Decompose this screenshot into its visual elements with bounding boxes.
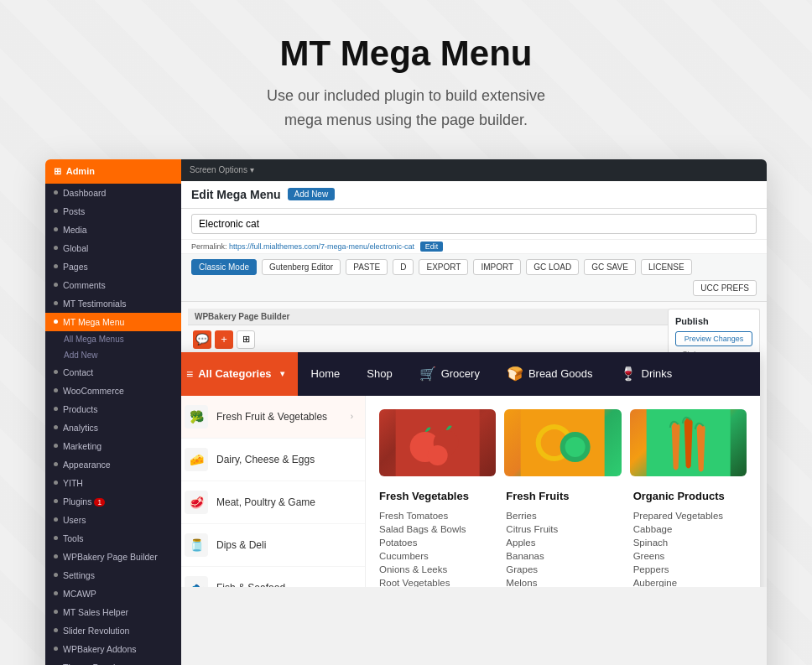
sidebar-item-mt-mega-menu[interactable]: MT Mega Menu <box>45 313 181 331</box>
permalink-link[interactable]: https://full.mialthemes.com/7-mega-menu/… <box>229 242 414 251</box>
all-categories-button[interactable]: ≡ All Categories ▾ <box>181 352 298 396</box>
sidebar-item-analytics[interactable]: Analytics <box>45 418 181 437</box>
product-item-potatoes[interactable]: Potatoes <box>379 536 492 549</box>
tomato-svg <box>379 409 496 476</box>
paste-button[interactable]: PASTE <box>346 259 388 275</box>
sidebar-item-theme-panel[interactable]: Theme Panel <box>45 658 181 665</box>
col-title-organic-products: Organic Products <box>633 490 747 502</box>
cat-meat-icon: 🥩 <box>185 491 208 514</box>
sidebar-item-dashboard[interactable]: Dashboard <box>45 184 181 202</box>
topbar-item[interactable]: Screen Options ▾ <box>190 165 254 174</box>
cat-item-fresh-fruit[interactable]: 🥦 Fresh Fruit & Vegetables › <box>181 396 365 439</box>
sidebar-item-wpbakery-addons[interactable]: WPBakery Addons <box>45 640 181 658</box>
sidebar-sub-add-new[interactable]: Add New <box>45 347 181 363</box>
sidebar-item-mt-testimonials[interactable]: MT Testimonials <box>45 294 181 313</box>
product-item-fresh-tomatoes[interactable]: Fresh Tomatoes <box>379 509 492 522</box>
cat-dairy-icon: 🧀 <box>185 448 208 471</box>
cat-fresh-fruit-label: Fresh Fruit & Vegetables <box>216 411 342 423</box>
chevron-down-icon: ▾ <box>280 369 284 378</box>
sidebar-item-comments[interactable]: Comments <box>45 276 181 294</box>
sidebar-item-wpbakery[interactable]: WPBakery Page Builder <box>45 548 181 566</box>
product-item-cucumbers[interactable]: Cucumbers <box>379 549 492 563</box>
cat-item-fish[interactable]: 🐟 Fish & Seafood <box>181 567 365 587</box>
grocery-icon: 🛒 <box>419 366 436 382</box>
product-item-apples[interactable]: Apples <box>506 536 619 549</box>
nav-link-bread-goods[interactable]: 🍞 Bread Goods <box>493 352 606 396</box>
publish-title: Publish <box>675 316 752 326</box>
add-new-button[interactable]: Add New <box>288 188 336 200</box>
d-button[interactable]: D <box>393 259 414 275</box>
product-item-spinach[interactable]: Spinach <box>633 536 747 549</box>
sidebar-item-media[interactable]: Media <box>45 221 181 239</box>
nav-link-shop[interactable]: Shop <box>353 352 405 396</box>
nav-grocery-label: Grocery <box>441 367 480 380</box>
sidebar-item-users[interactable]: Users <box>45 511 181 529</box>
sidebar-item-mcawp[interactable]: MCAWP <box>45 584 181 603</box>
classic-mode-button[interactable]: Classic Mode <box>191 259 257 275</box>
sidebar-sub-all-mega-menus[interactable]: All Mega Menus <box>45 331 181 347</box>
builder-area: Publish Preview Changes ● Status: Publis… <box>181 302 767 587</box>
hero-section: MT Mega Menu Use our included plugin to … <box>267 34 545 132</box>
sidebar-item-tools[interactable]: Tools <box>45 529 181 548</box>
edit-title: Edit Mega Menu <box>191 188 281 201</box>
product-item-bananas[interactable]: Bananas <box>506 549 619 563</box>
product-item-onions-leeks[interactable]: Onions & Leeks <box>379 563 492 576</box>
edit-permalink-button[interactable]: Edit <box>420 242 444 252</box>
sidebar-item-appearance[interactable]: Appearance <box>45 455 181 474</box>
sidebar-item-settings[interactable]: Settings <box>45 566 181 584</box>
title-input[interactable] <box>191 214 757 234</box>
export-button[interactable]: EXPORT <box>419 259 468 275</box>
product-item-greens[interactable]: Greens <box>633 549 747 563</box>
nav-bar: ≡ All Categories ▾ Home Shop 🛒 Grocery 🍞 <box>181 352 760 396</box>
ucc-prefs-button[interactable]: UCC PREFS <box>693 280 757 296</box>
col-title-fresh-fruits: Fresh Fruits <box>506 490 619 502</box>
import-button[interactable]: IMPORT <box>473 259 521 275</box>
cat-item-meat[interactable]: 🥩 Meat, Poultry & Game <box>181 481 365 524</box>
product-item-melons[interactable]: Melons <box>506 576 619 587</box>
sidebar-item-pages[interactable]: Pages <box>45 257 181 276</box>
category-sidebar: 🥦 Fresh Fruit & Vegetables › 🧀 Dairy, Ch… <box>181 396 366 587</box>
bread-icon: 🍞 <box>507 366 523 382</box>
sidebar-item-mt-sales-helper[interactable]: MT Sales Helper <box>45 603 181 621</box>
product-image-tomatoes <box>379 409 496 476</box>
sidebar-item-contact[interactable]: Contact <box>45 363 181 382</box>
product-item-cabbage[interactable]: Cabbage <box>633 522 747 536</box>
wpb-grid-button[interactable]: ⊞ <box>237 330 255 349</box>
nav-link-drinks[interactable]: 🍷 Drinks <box>606 352 686 396</box>
cat-fruit-icon: 🥦 <box>185 405 208 429</box>
product-columns: Fresh Vegetables Fresh Tomatoes Salad Ba… <box>379 490 747 587</box>
cat-dairy-label: Dairy, Cheese & Eggs <box>216 454 353 465</box>
wp-main-content: Screen Options ▾ Edit Mega Menu Add New … <box>181 159 767 665</box>
mega-dropdown: 🥦 Fresh Fruit & Vegetables › 🧀 Dairy, Ch… <box>181 396 760 587</box>
sidebar-item-posts[interactable]: Posts <box>45 202 181 221</box>
product-item-salad-bags[interactable]: Salad Bags & Bowls <box>379 522 492 536</box>
product-item-prepared-vegetables[interactable]: Prepared Vegetables <box>633 509 747 522</box>
sidebar-item-global[interactable]: Global <box>45 239 181 257</box>
nav-link-home[interactable]: Home <box>298 352 354 396</box>
sidebar-item-marketing[interactable]: Marketing <box>45 437 181 455</box>
gutenberg-editor-button[interactable]: Gutenberg Editor <box>262 259 341 275</box>
gc-save-button[interactable]: GC SAVE <box>584 259 636 275</box>
gc-load-button[interactable]: GC LOAD <box>526 259 579 275</box>
sidebar-item-yith[interactable]: YITH <box>45 474 181 492</box>
sidebar-item-woocommerce[interactable]: WooCommerce <box>45 382 181 400</box>
cat-dips-label: Dips & Deli <box>216 539 353 551</box>
wpb-chat-button[interactable]: 💬 <box>193 330 211 349</box>
cat-item-dairy[interactable]: 🧀 Dairy, Cheese & Eggs <box>181 439 365 481</box>
product-item-peppers[interactable]: Peppers <box>633 563 747 576</box>
product-item-aubergine[interactable]: Aubergine <box>633 576 747 587</box>
nav-link-grocery[interactable]: 🛒 Grocery <box>406 352 493 396</box>
product-item-berries[interactable]: Berries <box>506 509 619 522</box>
edit-mega-menu-header: Edit Mega Menu Add New <box>181 181 767 209</box>
sidebar-item-products[interactable]: Products <box>45 400 181 418</box>
product-item-grapes[interactable]: Grapes <box>506 563 619 576</box>
cat-item-dips[interactable]: 🫙 Dips & Deli <box>181 524 365 567</box>
preview-changes-button[interactable]: Preview Changes <box>675 331 752 346</box>
sidebar-item-slider-revolution[interactable]: Slider Revolution <box>45 621 181 640</box>
wpb-add-button[interactable]: + <box>215 330 233 349</box>
product-item-citrus-fruits[interactable]: Citrus Fruits <box>506 522 619 536</box>
hamburger-icon: ≡ <box>186 367 193 381</box>
sidebar-item-plugins[interactable]: Plugins 1 <box>45 492 181 511</box>
product-item-root-vegetables[interactable]: Root Vegetables <box>379 576 492 587</box>
license-button[interactable]: LICENSE <box>641 259 692 275</box>
